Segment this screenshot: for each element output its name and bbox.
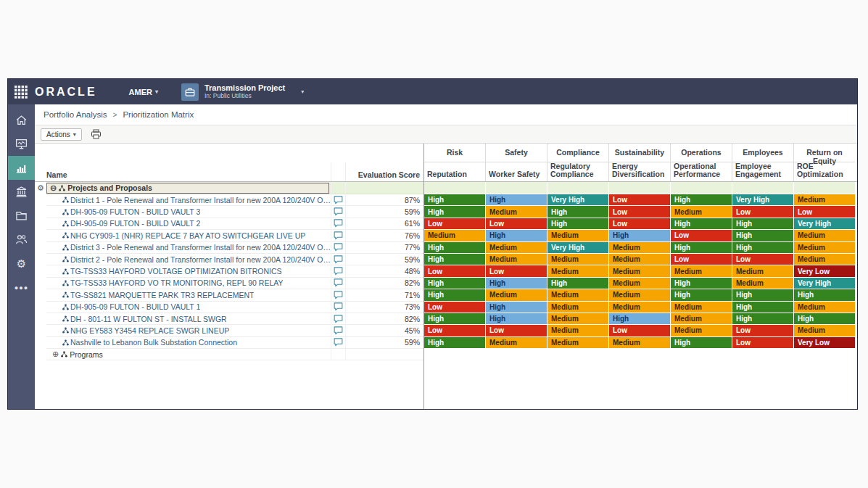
sidebar-item-portfolio-analysis[interactable]: [8, 156, 35, 180]
matrix-cell[interactable]: Low: [486, 325, 547, 336]
comment-cell[interactable]: [331, 254, 345, 265]
matrix-cell[interactable]: Low: [609, 218, 671, 230]
matrix-cell[interactable]: Low: [732, 254, 794, 265]
row-settings-gear-icon[interactable]: ⚙: [37, 183, 44, 193]
project-name-link[interactable]: TG-TSS33 HAYFORD VOLTAGE OPTIMIZATION BI…: [70, 267, 282, 276]
actions-button[interactable]: Actions ▾: [41, 128, 82, 141]
sidebar-item-resources[interactable]: [8, 228, 35, 252]
matrix-cell[interactable]: Very High: [547, 242, 609, 254]
comment-cell[interactable]: [331, 206, 345, 218]
project-name-link[interactable]: Nashville to Lebanon Bulk Substation Con…: [70, 338, 237, 347]
app-launcher-icon[interactable]: [14, 85, 28, 99]
project-tile[interactable]: [181, 83, 199, 101]
matrix-cell[interactable]: Medium: [671, 206, 732, 218]
group-row-projects-and-proposals[interactable]: ⚙⊖Projects and Proposals: [35, 182, 857, 194]
matrix-cell[interactable]: Low: [671, 230, 732, 241]
matrix-cell[interactable]: High: [794, 289, 856, 301]
matrix-cell[interactable]: High: [424, 289, 486, 301]
matrix-cell[interactable]: High: [732, 302, 794, 313]
matrix-cell[interactable]: Very Low: [794, 337, 856, 349]
group-name-cell[interactable]: ⊖Projects and Proposals: [46, 182, 331, 194]
column-header[interactable]: Reputation: [423, 162, 485, 181]
sidebar-item-home[interactable]: [8, 108, 35, 132]
expand-toggle-icon[interactable]: ⊕: [52, 350, 59, 358]
comment-cell[interactable]: [331, 302, 345, 313]
matrix-cell[interactable]: Very High: [794, 278, 856, 289]
matrix-cell[interactable]: Medium: [486, 254, 547, 265]
matrix-cell[interactable]: High: [424, 337, 486, 349]
matrix-cell[interactable]: High: [424, 194, 486, 206]
matrix-cell[interactable]: High: [424, 206, 486, 218]
column-header[interactable]: Energy Diversification: [608, 162, 670, 181]
matrix-cell[interactable]: High: [732, 289, 794, 301]
sidebar-item-dashboard[interactable]: [8, 132, 35, 156]
matrix-cell[interactable]: High: [671, 242, 732, 254]
matrix-cell[interactable]: Low: [609, 325, 671, 336]
matrix-cell[interactable]: Medium: [609, 302, 671, 313]
matrix-cell[interactable]: High: [486, 194, 547, 206]
matrix-cell[interactable]: Low: [424, 218, 486, 230]
matrix-cell[interactable]: High: [732, 218, 794, 230]
matrix-cell[interactable]: Low: [732, 337, 794, 349]
matrix-cell[interactable]: Medium: [794, 302, 856, 313]
matrix-cell[interactable]: High: [486, 302, 547, 313]
region-switcher[interactable]: AMER ▾: [129, 88, 158, 96]
project-name-link[interactable]: DH-905-09 FULTON - BUILD VAULT 3: [70, 207, 200, 216]
group-row-programs[interactable]: ⊕Programs: [35, 349, 857, 360]
print-button[interactable]: [91, 129, 102, 139]
project-name-link[interactable]: DH-905-09 FULTON - BUILD VAULT 1: [70, 302, 200, 311]
matrix-cell[interactable]: High: [424, 254, 486, 265]
matrix-cell[interactable]: Very Low: [794, 265, 856, 277]
comment-cell[interactable]: [331, 194, 345, 206]
matrix-cell[interactable]: High: [671, 194, 732, 206]
matrix-cell[interactable]: High: [671, 289, 732, 301]
matrix-cell[interactable]: Low: [424, 325, 486, 336]
matrix-cell[interactable]: Low: [609, 206, 671, 218]
matrix-cell[interactable]: Medium: [547, 313, 609, 325]
matrix-cell[interactable]: Medium: [794, 254, 856, 265]
comment-cell[interactable]: [331, 325, 345, 336]
project-name-link[interactable]: DH - 801-11 W FULTON ST - INSTALL SWGR: [70, 315, 227, 323]
matrix-cell[interactable]: High: [424, 313, 486, 325]
sidebar-item-settings[interactable]: ⚙: [8, 252, 35, 276]
group-focus-box[interactable]: ⊖Projects and Proposals: [46, 183, 329, 194]
matrix-cell[interactable]: High: [671, 337, 732, 349]
matrix-cell[interactable]: High: [547, 218, 609, 230]
column-header[interactable]: Worker Safety: [485, 162, 547, 181]
matrix-cell[interactable]: Medium: [547, 289, 609, 301]
matrix-cell[interactable]: Medium: [486, 206, 547, 218]
comment-cell[interactable]: [331, 265, 345, 277]
score-column-header[interactable]: Evaluation Score: [345, 162, 423, 181]
matrix-cell[interactable]: Very High: [794, 218, 856, 230]
matrix-cell[interactable]: High: [794, 313, 856, 325]
project-name-link[interactable]: NHG EY583 Y3454 REPLACE SWGR LINEUP: [70, 326, 229, 335]
matrix-cell[interactable]: Medium: [794, 242, 856, 254]
matrix-cell[interactable]: High: [547, 206, 609, 218]
matrix-cell[interactable]: Medium: [794, 230, 856, 241]
comment-cell[interactable]: [331, 313, 345, 325]
matrix-cell[interactable]: High: [424, 242, 486, 254]
comment-cell[interactable]: [331, 230, 345, 241]
project-name-link[interactable]: DH-905-09 FULTON - BUILD VAULT 2: [70, 219, 200, 228]
frozen-pane-divider[interactable]: [423, 144, 424, 409]
comment-cell[interactable]: [331, 242, 345, 254]
matrix-cell[interactable]: High: [732, 242, 794, 254]
matrix-cell[interactable]: Medium: [609, 265, 671, 277]
matrix-cell[interactable]: Low: [732, 325, 794, 336]
matrix-cell[interactable]: Medium: [671, 265, 732, 277]
comment-cell[interactable]: [331, 218, 345, 230]
matrix-cell[interactable]: Medium: [609, 278, 671, 289]
project-name-link[interactable]: District 1 - Pole Renewal and Transforme…: [70, 196, 331, 204]
project-name-link[interactable]: TG-TSS33 HAYFORD VO TR MONITORING, REPL …: [70, 278, 283, 287]
matrix-cell[interactable]: Low: [609, 194, 671, 206]
sidebar-item-financials[interactable]: [8, 180, 35, 204]
matrix-cell[interactable]: Medium: [486, 337, 547, 349]
matrix-cell[interactable]: Medium: [794, 325, 856, 336]
matrix-cell[interactable]: Medium: [671, 313, 732, 325]
project-chevron-down-icon[interactable]: ▾: [301, 88, 304, 95]
matrix-cell[interactable]: Medium: [547, 230, 609, 241]
matrix-cell[interactable]: Medium: [609, 254, 671, 265]
programs-name-cell[interactable]: ⊕Programs: [46, 349, 331, 360]
column-header[interactable]: Operational Performance: [670, 162, 732, 181]
project-name-link[interactable]: District 2 - Pole Renewal and Transforme…: [70, 255, 331, 264]
